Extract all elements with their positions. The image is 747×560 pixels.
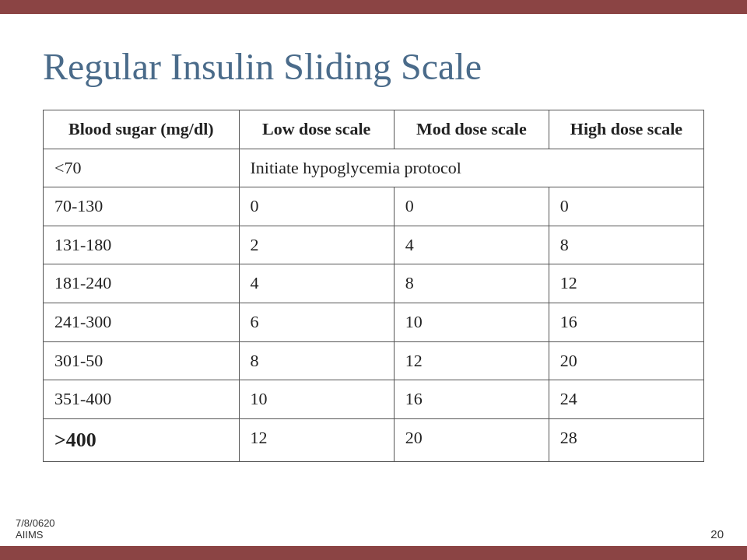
cell-blood-sugar: <70 (44, 149, 240, 187)
footnote: 7/8/0620 AIIMS (16, 517, 55, 541)
cell-mod-dose: 10 (394, 303, 549, 341)
cell-mod-dose: 12 (394, 341, 549, 380)
footnote-institution: AIIMS (16, 529, 55, 541)
cell-high-dose: 0 (549, 187, 703, 226)
cell-low-dose: 10 (239, 380, 394, 419)
page-number: 20 (710, 527, 724, 541)
table-header-row: Blood sugar (mg/dl) Low dose scale Mod d… (44, 110, 704, 149)
bottom-decorative-bar (0, 546, 747, 560)
cell-blood-sugar: 131-180 (44, 226, 240, 264)
cell-low-dose: 8 (239, 341, 394, 380)
header-blood-sugar: Blood sugar (mg/dl) (44, 110, 240, 149)
header-low-dose: Low dose scale (239, 110, 394, 149)
cell-mod-dose: 8 (394, 264, 549, 303)
insulin-table: Blood sugar (mg/dl) Low dose scale Mod d… (43, 110, 704, 462)
table-row: <70Initiate hypoglycemia protocol (44, 149, 704, 187)
table-row: 301-5081220 (44, 341, 704, 380)
table-row: 241-30061016 (44, 303, 704, 341)
cell-low-dose: 0 (239, 187, 394, 226)
top-decorative-bar (0, 0, 747, 14)
cell-high-dose: 8 (549, 226, 703, 264)
cell-low-dose: 2 (239, 226, 394, 264)
page-title: Regular Insulin Sliding Scale (43, 45, 704, 88)
cell-blood-sugar: 181-240 (44, 264, 240, 303)
cell-low-dose: 4 (239, 264, 394, 303)
cell-mod-dose: 16 (394, 380, 549, 419)
cell-mod-dose: 4 (394, 226, 549, 264)
cell-high-dose: 20 (549, 341, 703, 380)
cell-mod-dose: 20 (394, 418, 549, 461)
cell-low-dose: 12 (239, 418, 394, 461)
cell-blood-sugar: 70-130 (44, 187, 240, 226)
footnote-date: 7/8/0620 (16, 517, 55, 529)
cell-hypoglycemia: Initiate hypoglycemia protocol (239, 149, 703, 187)
header-mod-dose: Mod dose scale (394, 110, 549, 149)
cell-low-dose: 6 (239, 303, 394, 341)
table-row: 70-130000 (44, 187, 704, 226)
cell-high-dose: 12 (549, 264, 703, 303)
cell-blood-sugar: 301-50 (44, 341, 240, 380)
table-row: 351-400101624 (44, 380, 704, 419)
table-row: 181-2404812 (44, 264, 704, 303)
table-row: 131-180248 (44, 226, 704, 264)
cell-blood-sugar: 351-400 (44, 380, 240, 419)
header-high-dose: High dose scale (549, 110, 703, 149)
cell-mod-dose: 0 (394, 187, 549, 226)
cell-blood-sugar: 241-300 (44, 303, 240, 341)
cell-high-dose: 28 (549, 418, 703, 461)
table-row: >400122028 (44, 418, 704, 461)
cell-blood-sugar: >400 (44, 418, 240, 461)
cell-high-dose: 16 (549, 303, 703, 341)
cell-high-dose: 24 (549, 380, 703, 419)
